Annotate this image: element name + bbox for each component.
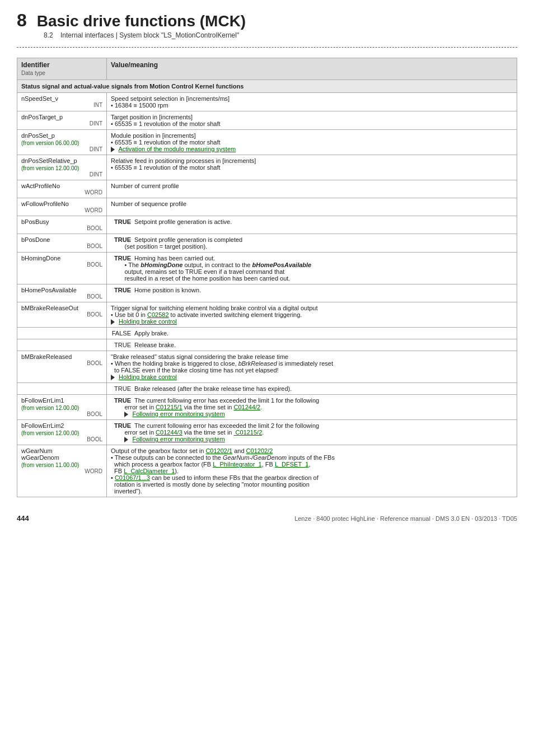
identifier-bMBrakeReleaseOut: bMBrakeReleaseOut BOOL (17, 302, 107, 328)
table-row: bHomePosAvailable BOOL TRUE Home positio… (17, 284, 517, 302)
link-L_CalcDiameter_1[interactable]: L_CalcDiameter_1 (124, 468, 175, 474)
value-wFollowProfileNo: Number of sequence profile (107, 198, 517, 216)
link-L_DFSET_1[interactable]: L_DFSET_1 (275, 461, 309, 468)
identifier-dnPosTarget_p: dnPosTarget_p DINT (17, 111, 107, 130)
table-row: wGearNum wGearDenom (from version 11.00.… (17, 445, 517, 497)
link-holding-brake-1[interactable]: Holding brake control (119, 318, 177, 325)
value-dnPosTarget_p: Target position in [increments] • 65535 … (107, 111, 517, 130)
page-header: 8 Basic drive functions (MCK) 8.2 Intern… (17, 11, 517, 39)
link-C01215-1[interactable]: C01215/1 (156, 404, 182, 410)
triangle-icon (124, 412, 128, 417)
table-row: nSpeedSet_v INT Speed setpoint selection… (17, 93, 517, 111)
link-L_PhiIntegrator_1[interactable]: L_PhiIntegrator_1 (213, 461, 261, 468)
link-following-error-1[interactable]: Following error monitoring system (133, 410, 225, 417)
value-bFollowErrLim1: TRUE The current following error has exc… (107, 395, 517, 420)
value-bFollowErrLim2: TRUE The current following error has exc… (107, 420, 517, 445)
col-header-value: Value/meaning (107, 58, 517, 80)
value-bPosDone: TRUE Setpoint profile generation is comp… (107, 234, 517, 253)
empty-cell (17, 339, 107, 351)
value-bMBrakeReleaseOut-main: Trigger signal for switching element hol… (107, 302, 517, 328)
triangle-icon (111, 147, 115, 152)
value-dnPosSet_p: Module position in [increments] • 65535 … (107, 130, 517, 155)
link-C01202-1[interactable]: C01202/1 (205, 447, 232, 454)
chapter-number: 8 (17, 11, 27, 29)
empty-cell (17, 383, 107, 395)
value-wGearNum-wGearDenom: Output of the gearbox factor set in C012… (107, 445, 517, 497)
table-row: bMBrakeReleased BOOL "Brake released" st… (17, 351, 517, 383)
identifier-bPosBusy: bPosBusy BOOL (17, 216, 107, 234)
value-dnPosSetRelative_p: Relative feed in positioning processes i… (107, 155, 517, 180)
table-row: bFollowErrLim1 (from version 12.00.00) B… (17, 395, 517, 420)
value-bMBrakeReleased-true: TRUE Brake released (after the brake rel… (107, 383, 517, 395)
table-row: bMBrakeReleaseOut BOOL Trigger signal fo… (17, 302, 517, 328)
triangle-icon (111, 375, 115, 380)
table-row: wActProfileNo WORD Number of current pro… (17, 180, 517, 198)
link-C01215-2[interactable]: C01215/2 (234, 429, 263, 436)
footer-publisher: Lenze · 8400 protec HighLine · Reference… (294, 515, 517, 522)
identifier-wActProfileNo: wActProfileNo WORD (17, 180, 107, 198)
triangle-icon (111, 319, 115, 325)
table-row: wFollowProfileNo WORD Number of sequence… (17, 198, 517, 216)
identifier-bPosDone: bPosDone BOOL (17, 234, 107, 253)
value-wActProfileNo: Number of current profile (107, 180, 517, 198)
table-row-false: FALSE Apply brake. (17, 328, 517, 339)
link-C01067-1-3[interactable]: C01067/1...3 (115, 474, 150, 481)
main-table: Identifier Data type Value/meaning Statu… (17, 58, 517, 497)
value-bHomePosAvailable: TRUE Home position is known. (107, 284, 517, 302)
link-modulo[interactable]: Activation of the modulo measuring syste… (118, 146, 236, 152)
value-bHomingDone: TRUE Homing has been carried out. • The … (107, 253, 517, 284)
section-label: Internal interfaces | System block "LS_M… (60, 31, 239, 39)
empty-cell (17, 328, 107, 339)
value-bMBrakeReleaseOut-false: FALSE Apply brake. (107, 328, 517, 339)
link-C01244-3[interactable]: C01244/3 (156, 429, 182, 436)
link-holding-brake-2[interactable]: Holding brake control (119, 374, 177, 380)
table-row: bFollowErrLim2 (from version 12.00.00) B… (17, 420, 517, 445)
link-C01244-2[interactable]: C01244/2 (234, 404, 261, 410)
table-row: bPosDone BOOL TRUE Setpoint profile gene… (17, 234, 517, 253)
value-bPosBusy: TRUE Setpoint profile generation is acti… (107, 216, 517, 234)
identifier-wFollowProfileNo: wFollowProfileNo WORD (17, 198, 107, 216)
value-bMBrakeReleased-main: "Brake released" status signal consideri… (107, 351, 517, 383)
link-C02582[interactable]: C02582 (147, 311, 169, 318)
table-row-true: TRUE Brake released (after the brake rel… (17, 383, 517, 395)
section-header-row: Status signal and actual-value signals f… (17, 80, 517, 93)
identifier-bFollowErrLim2: bFollowErrLim2 (from version 12.00.00) B… (17, 420, 107, 445)
identifier-bHomePosAvailable: bHomePosAvailable BOOL (17, 284, 107, 302)
section-header-cell: Status signal and actual-value signals f… (17, 80, 517, 93)
identifier-bFollowErrLim1: bFollowErrLim1 (from version 12.00.00) B… (17, 395, 107, 420)
table-row: bHomingDone BOOL TRUE Homing has been ca… (17, 253, 517, 284)
value-nSpeedSet_v: Speed setpoint selection in [increments/… (107, 93, 517, 111)
section-number: 8.2 (44, 31, 53, 39)
triangle-icon (124, 437, 128, 442)
footer-page-num: 444 (17, 514, 29, 522)
table-row: dnPosSet_p (from version 06.00.00) DINT … (17, 130, 517, 155)
identifier-wGearNum-wGearDenom: wGearNum wGearDenom (from version 11.00.… (17, 445, 107, 497)
table-row: dnPosTarget_p DINT Target position in [i… (17, 111, 517, 130)
page-footer: 444 Lenze · 8400 protec HighLine · Refer… (17, 514, 517, 522)
identifier-nSpeedSet_v: nSpeedSet_v INT (17, 93, 107, 111)
identifier-bHomingDone: bHomingDone BOOL (17, 253, 107, 284)
section-divider (17, 47, 517, 48)
col-header-datatype: Data type (21, 70, 45, 76)
table-row: dnPosSetRelative_p (from version 12.00.0… (17, 155, 517, 180)
identifier-dnPosSetRelative_p: dnPosSetRelative_p (from version 12.00.0… (17, 155, 107, 180)
identifier-dnPosSet_p: dnPosSet_p (from version 06.00.00) DINT (17, 130, 107, 155)
col-header-identifier: Identifier Data type (17, 58, 107, 80)
chapter-title: Basic drive functions (MCK) (37, 12, 246, 30)
value-bMBrakeReleaseOut-true: TRUE Release brake. (107, 339, 517, 351)
link-following-error-2[interactable]: Following error monitoring system (133, 436, 225, 442)
identifier-bMBrakeReleased: bMBrakeReleased BOOL (17, 351, 107, 383)
table-row-true: TRUE Release brake. (17, 339, 517, 351)
link-C01202-2[interactable]: C01202/2 (246, 447, 273, 454)
table-row: bPosBusy BOOL TRUE Setpoint profile gene… (17, 216, 517, 234)
